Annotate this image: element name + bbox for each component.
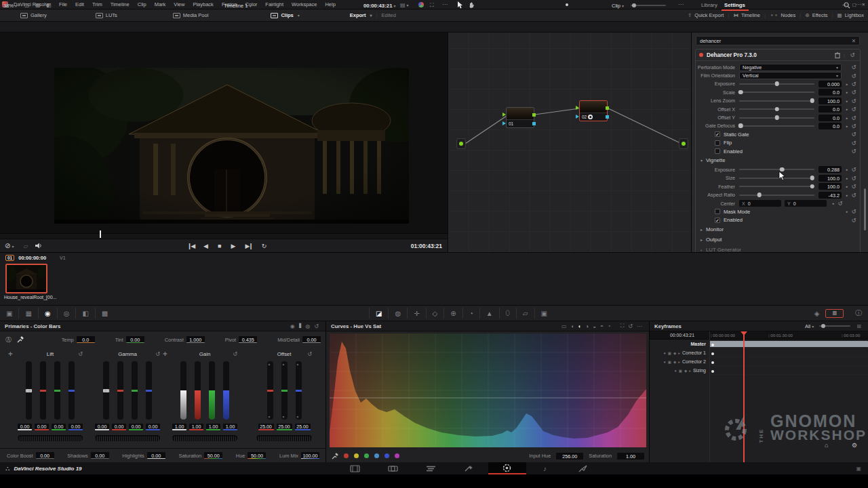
go-to-start-button[interactable]: ❙◀ [182, 243, 199, 249]
reset-icon[interactable]: ↺ [850, 166, 858, 173]
reset-icon[interactable]: ↺ [850, 183, 858, 190]
gain-red-slider[interactable] [195, 361, 201, 420]
curves-expand-icon[interactable]: ⛶ [618, 323, 627, 329]
corrector-node-02-selected[interactable]: 02 ◆ [579, 100, 608, 121]
keyframe-track-sizing[interactable]: ●▣◆▸Sizing [650, 367, 868, 375]
lum-mix-control[interactable]: Lum Mix100.00 [279, 452, 319, 459]
page-deliver-icon[interactable] [564, 462, 602, 474]
gamma-red-slider[interactable] [117, 361, 123, 420]
camera-raw-icon[interactable]: ▣ [0, 308, 19, 319]
keyframes-zoom-slider[interactable] [819, 325, 850, 327]
gamma-blue-value[interactable]: 0.00 [146, 424, 160, 430]
tab-settings[interactable]: Settings [724, 2, 745, 8]
playhead-head-icon[interactable] [741, 331, 747, 336]
project-manager-icon[interactable]: ▣ [856, 466, 861, 472]
keyframes-ruler[interactable]: 00:00:43:21 | 00:00:00:00 | 00:01:30:00 … [650, 331, 868, 340]
timeline-selector[interactable]: Timeline 1▾ [224, 0, 252, 11]
gate-defocus-slider[interactable] [739, 125, 814, 127]
contrast-control[interactable]: Contrast1.000 [165, 336, 205, 343]
magenta-swatch[interactable] [395, 453, 399, 458]
section-monitor[interactable]: ▸ Monitor [696, 224, 860, 235]
viewer-scrub-bar[interactable] [0, 233, 448, 239]
hue-vs-hue-icon[interactable]: ◖ [569, 323, 576, 329]
mid-detail-value[interactable]: 0.00 [302, 336, 321, 343]
keyframe-dot-icon[interactable]: ● [844, 99, 850, 103]
gamma-luma-slider[interactable] [103, 361, 109, 420]
node-view-dropdown[interactable]: Clip▾ [612, 0, 624, 11]
section-vignette[interactable]: ▾ Vignette [696, 155, 860, 165]
lift-luma-value[interactable]: 0.00 [18, 424, 32, 430]
vignette-size-slider[interactable] [739, 178, 814, 179]
bars-mode-icon[interactable]: ⫼ [297, 323, 304, 329]
export-dropdown[interactable]: Export▾ [346, 9, 376, 22]
keyframe-dot-icon[interactable]: ● [830, 201, 836, 205]
vignette-enabled-checkbox[interactable]: ✓ [715, 218, 720, 223]
chevron-down-icon[interactable]: ▾ [283, 415, 285, 419]
keyframes-filter-dropdown[interactable]: All▾ [805, 323, 814, 329]
auto-balance-icon[interactable]: Ⓐ [5, 336, 12, 344]
reset-icon[interactable]: ↺ [836, 200, 844, 207]
timeline-toggle-button[interactable]: ⧓Timeline [729, 9, 764, 22]
step-back-button[interactable]: ◀ [199, 243, 213, 249]
color-warper-icon[interactable]: ◍ [389, 308, 408, 319]
reset-icon[interactable]: ↺ [850, 98, 858, 104]
panel-options-icon[interactable]: ⋯ [856, 1, 861, 7]
node-01-rgb-output-port[interactable] [532, 113, 536, 117]
input-hue-value[interactable]: 256.00 [556, 453, 583, 460]
static-gate-checkbox[interactable]: ✓ [715, 131, 720, 137]
lift-master-wheel[interactable] [18, 435, 83, 441]
plugin-reset-icon[interactable]: ↺ [848, 52, 856, 58]
enabled-checkbox[interactable] [715, 148, 720, 154]
page-fusion-icon[interactable] [450, 462, 488, 474]
corrector-node-01[interactable]: 01 [506, 107, 534, 128]
color-wheels-icon[interactable]: ◉ [39, 308, 58, 319]
media-pool-button[interactable]: Media Pool [169, 9, 213, 22]
grade-indicator-icon[interactable] [418, 2, 424, 7]
perforation-mode-dropdown[interactable]: Negative▾ [739, 64, 842, 71]
chevron-up-icon[interactable]: ▴ [297, 362, 299, 366]
param-value[interactable]: 0.0 [818, 106, 842, 113]
lift-green-value[interactable]: 0.00 [52, 424, 66, 430]
effects-search-input[interactable]: dehancer ✕ [696, 36, 860, 45]
reset-icon[interactable]: ↺ [850, 208, 858, 215]
blur-icon[interactable]: ▲ [480, 308, 500, 319]
keyframe-track-corrector2[interactable]: ●▣◆▸Corrector 2 [650, 358, 868, 367]
shadows-value[interactable]: 0.00 [91, 452, 109, 459]
lightbox-toggle-button[interactable]: ▦Lightbox [833, 9, 868, 22]
reset-icon[interactable]: ↺ [850, 73, 858, 79]
sizing-icon[interactable]: ▱ [517, 308, 535, 319]
wheels-mode-icon[interactable]: ◉ [288, 323, 297, 329]
node-01-rgb-input-port[interactable] [502, 113, 506, 117]
viewer-zoom-dropdown[interactable]: 38%▾ [3, 0, 17, 11]
film-orientation-dropdown[interactable]: Vertical▾ [739, 72, 842, 79]
keyframe-dot-icon[interactable]: ● [844, 107, 850, 111]
param-value[interactable]: 100.0 [818, 183, 842, 190]
offset-red-slider[interactable]: ▴▾ [267, 361, 273, 420]
node-zoom-slider[interactable] [631, 5, 666, 6]
tab-library[interactable]: Library [701, 2, 717, 8]
loop-button[interactable]: ↻ [257, 243, 272, 249]
keyframe-track-corrector1[interactable]: ●▣◆▸Corrector 1 [650, 349, 868, 358]
display-mode-icon[interactable]: ▤▾ [400, 2, 409, 8]
vignette-aspect-ratio-slider[interactable] [739, 195, 814, 196]
page-color-icon[interactable] [488, 462, 526, 474]
param-value[interactable]: 0.0 [818, 89, 842, 96]
color-boost-value[interactable]: 0.00 [36, 452, 54, 459]
reset-icon[interactable]: ↺ [850, 64, 858, 70]
offset-reset-icon[interactable]: ↺ [307, 351, 312, 357]
node-01-key-output-port[interactable] [532, 122, 536, 125]
viewer-timecode[interactable]: 00:00:43:21▾ [363, 0, 396, 11]
viewer-options-icon[interactable]: ⋯ [442, 1, 448, 7]
keyframes-expand-icon[interactable]: ⊞ [854, 323, 863, 329]
page-fairlight-icon[interactable]: ♪ [526, 462, 564, 474]
gamma-reset-icon[interactable]: ↺ [155, 351, 160, 357]
source-node[interactable] [456, 138, 466, 149]
gain-blue-value[interactable]: 1.00 [223, 424, 237, 430]
param-value[interactable]: 0.0 [818, 115, 842, 121]
offset-x-slider[interactable] [739, 108, 814, 110]
gain-luma-slider[interactable] [180, 361, 186, 420]
blue-swatch[interactable] [384, 453, 389, 458]
stop-button[interactable]: ■ [213, 243, 226, 249]
lift-reset-icon[interactable]: ↺ [78, 351, 83, 357]
param-value[interactable]: 0.0 [818, 123, 842, 129]
